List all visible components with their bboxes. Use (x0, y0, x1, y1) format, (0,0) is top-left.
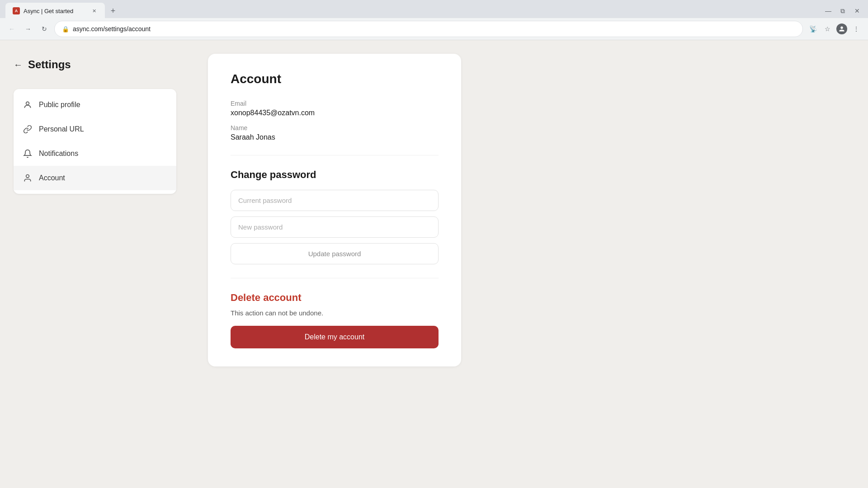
page-content: ← Settings Public profile (0, 40, 868, 488)
name-group: Name Saraah Jonas (231, 124, 439, 141)
cast-icon[interactable]: 📡 (807, 23, 819, 35)
account-section-title: Account (231, 72, 439, 86)
sidebar-item-account[interactable]: Account (14, 166, 176, 190)
svg-point-0 (26, 102, 29, 105)
tab-favicon: A (13, 7, 20, 14)
back-arrow-icon[interactable]: ← (14, 60, 23, 70)
url-text: async.com/settings/account (73, 25, 795, 33)
sidebar-item-label: Account (39, 174, 65, 182)
lock-icon: 🔒 (62, 26, 69, 33)
minimize-button[interactable]: — (823, 5, 834, 16)
tab-close-button[interactable]: ✕ (90, 7, 98, 14)
email-value: xonop84435@ozatvn.com (231, 109, 439, 117)
svg-point-1 (26, 175, 29, 178)
tab-bar: A Async | Get started ✕ + (5, 3, 119, 19)
main-content: Account Email xonop84435@ozatvn.com Name… (190, 40, 868, 488)
title-bar: A Async | Get started ✕ + — ⧉ ✕ (0, 0, 868, 18)
maximize-button[interactable]: ⧉ (837, 5, 848, 16)
back-button[interactable]: ← (5, 23, 18, 35)
new-tab-button[interactable]: + (107, 5, 119, 17)
tab-title: Async | Get started (24, 8, 87, 14)
toolbar-actions: 📡 ☆ ⋮ (807, 23, 863, 35)
change-password-title: Change password (231, 169, 439, 181)
new-password-input[interactable] (231, 216, 439, 238)
sidebar-item-label: Public profile (39, 101, 80, 109)
bookmark-icon[interactable]: ☆ (821, 23, 834, 35)
settings-header: ← Settings (14, 58, 176, 71)
browser-chrome: A Async | Get started ✕ + — ⧉ ✕ ← → ↻ 🔒 … (0, 0, 868, 40)
sidebar: ← Settings Public profile (0, 40, 190, 488)
current-password-input[interactable] (231, 190, 439, 211)
profile-icon[interactable] (835, 23, 848, 35)
delete-account-title: Delete account (231, 292, 439, 304)
link-icon (23, 124, 33, 134)
window-controls: — ⧉ ✕ (823, 5, 863, 16)
delete-account-description: This action can not be undone. (231, 309, 439, 317)
more-options-button[interactable]: ⋮ (850, 23, 863, 35)
name-value: Saraah Jonas (231, 133, 439, 141)
person-icon (23, 100, 33, 110)
sidebar-item-label: Personal URL (39, 125, 84, 133)
delete-account-button[interactable]: Delete my account (231, 326, 439, 348)
divider-2 (231, 278, 439, 278)
active-tab[interactable]: A Async | Get started ✕ (5, 3, 105, 19)
sidebar-item-public-profile[interactable]: Public profile (14, 93, 176, 117)
sidebar-item-personal-url[interactable]: Personal URL (14, 117, 176, 141)
update-password-button[interactable]: Update password (231, 243, 439, 264)
email-group: Email xonop84435@ozatvn.com (231, 100, 439, 117)
forward-button[interactable]: → (22, 23, 34, 35)
sidebar-item-notifications[interactable]: Notifications (14, 141, 176, 166)
email-label: Email (231, 100, 439, 107)
sidebar-item-label: Notifications (39, 150, 78, 158)
account-icon (23, 173, 33, 183)
divider (231, 155, 439, 155)
incognito-badge (836, 23, 847, 34)
address-bar-row: ← → ↻ 🔒 async.com/settings/account 📡 ☆ ⋮ (0, 18, 868, 40)
settings-title: Settings (28, 58, 71, 71)
bell-icon (23, 149, 33, 159)
refresh-button[interactable]: ↻ (38, 23, 51, 35)
content-card: Account Email xonop84435@ozatvn.com Name… (208, 54, 461, 366)
nav-menu: Public profile Personal URL (14, 89, 176, 194)
name-label: Name (231, 124, 439, 131)
close-button[interactable]: ✕ (852, 5, 863, 16)
address-bar[interactable]: 🔒 async.com/settings/account (54, 21, 803, 37)
